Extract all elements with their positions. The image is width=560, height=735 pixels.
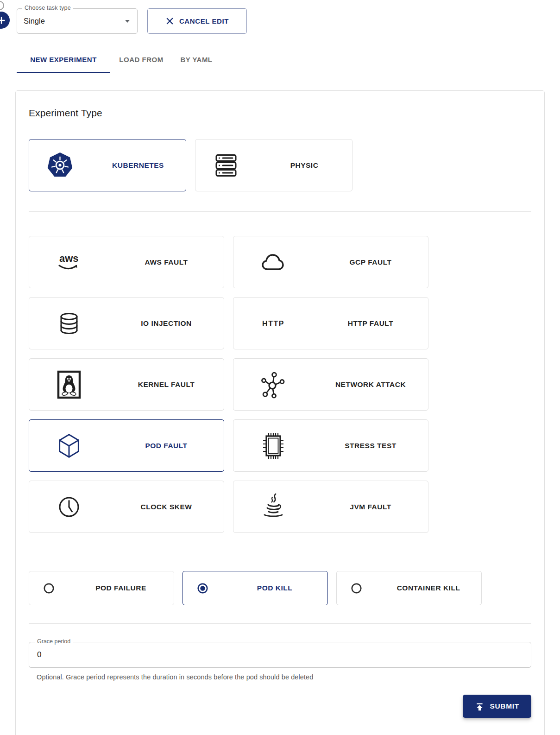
grace-period-value: 0	[29, 642, 531, 659]
close-icon	[165, 17, 174, 25]
kind-stress-test[interactable]: STRESS TEST	[233, 419, 428, 472]
chevron-down-icon	[125, 20, 130, 23]
publish-icon	[475, 702, 484, 711]
linux-tux-icon	[29, 370, 109, 399]
platform-label: PHYSIC	[257, 161, 352, 170]
kind-pod-fault[interactable]: POD FAULT	[29, 419, 224, 472]
kind-clock-skew[interactable]: CLOCK SKEW	[29, 481, 224, 533]
action-pod-failure[interactable]: POD FAILURE	[29, 571, 174, 605]
submit-row: SUBMIT	[29, 695, 531, 718]
submit-button[interactable]: SUBMIT	[463, 695, 531, 718]
server-icon	[195, 152, 257, 178]
panel-heading: Experiment Type	[29, 108, 531, 119]
svg-text:aws: aws	[59, 253, 79, 264]
platform-kubernetes-button[interactable]: KUBERNETES	[29, 139, 186, 191]
experiment-tabs: NEW EXPERIMENT LOAD FROM BY YAML	[17, 46, 545, 73]
divider	[29, 211, 531, 212]
network-nodes-icon	[233, 370, 313, 399]
task-type-value: Single	[24, 17, 125, 25]
tab-new-experiment[interactable]: NEW EXPERIMENT	[17, 46, 110, 73]
cpu-chip-icon	[233, 431, 313, 461]
pod-action-row: POD FAILURE POD KILL CONTAINER KILL	[29, 571, 531, 605]
tab-by-yaml[interactable]: BY YAML	[172, 46, 220, 73]
clock-icon	[29, 493, 109, 521]
grace-period-label: Grace period	[35, 638, 73, 645]
task-type-select[interactable]: Choose task type Single	[17, 8, 138, 34]
clipped-circle-decor	[0, 1, 4, 10]
grace-period-helper-text: Optional. Grace period represents the du…	[37, 673, 531, 681]
kind-aws-fault[interactable]: aws AWS FAULT	[29, 236, 224, 288]
kind-gcp-fault[interactable]: GCP FAULT	[233, 236, 428, 288]
kind-io-injection[interactable]: IO INJECTION	[29, 297, 224, 349]
kind-kernel-fault[interactable]: KERNEL FAULT	[29, 358, 224, 411]
http-text-icon: HTTP	[233, 310, 313, 336]
radio-unchecked-icon	[29, 583, 68, 594]
svg-text:HTTP: HTTP	[262, 320, 284, 328]
task-type-label: Choose task type	[22, 5, 73, 11]
platform-label: KUBERNETES	[90, 161, 186, 170]
new-experiment-panel: Experiment Type	[15, 90, 545, 735]
experiment-kind-grid: aws AWS FAULT GCP FAULT	[29, 236, 531, 533]
add-experiment-fab[interactable]	[0, 12, 10, 29]
kind-http-fault[interactable]: HTTP HTTP FAULT	[233, 297, 428, 349]
radio-unchecked-icon	[337, 583, 376, 594]
divider	[29, 623, 531, 624]
action-container-kill[interactable]: CONTAINER KILL	[336, 571, 482, 605]
grace-period-field[interactable]: Grace period 0	[29, 642, 531, 668]
kind-network-attack[interactable]: NETWORK ATTACK	[233, 358, 428, 411]
database-icon	[29, 310, 109, 336]
aws-icon: aws	[29, 249, 109, 275]
radio-checked-icon	[183, 583, 222, 594]
plus-icon	[0, 15, 6, 25]
java-cup-icon	[233, 493, 313, 521]
divider	[29, 554, 531, 554]
kind-jvm-fault[interactable]: JVM FAULT	[233, 481, 428, 533]
cube-icon	[29, 431, 109, 460]
submit-label: SUBMIT	[490, 702, 519, 710]
platform-choice-row: KUBERNETES PHYSIC	[29, 139, 531, 191]
action-pod-kill[interactable]: POD KILL	[182, 571, 328, 605]
cancel-edit-label: CANCEL EDIT	[179, 17, 229, 25]
cloud-icon	[233, 249, 313, 275]
platform-physic-button[interactable]: PHYSIC	[195, 139, 352, 191]
tab-load-from[interactable]: LOAD FROM	[110, 46, 172, 73]
kubernetes-icon	[29, 152, 90, 178]
cancel-edit-button[interactable]: CANCEL EDIT	[147, 8, 247, 34]
